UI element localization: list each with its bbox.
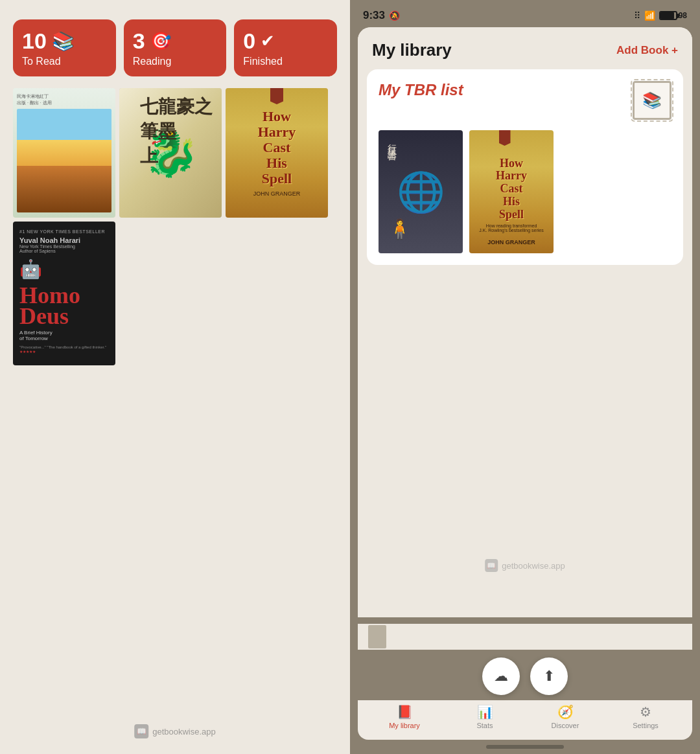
reading-icon: 🎯 <box>150 31 171 51</box>
tbr-stamp: 📚 <box>633 81 671 120</box>
homo-deus-desc: A Brief Historyof Tomorrow <box>19 330 109 341</box>
watermark-logo: 📖 <box>134 724 148 738</box>
library-tab-label: My library <box>389 722 420 729</box>
tbr-title: My TBR list <box>379 81 463 99</box>
wifi-icon: 📶 <box>644 10 655 21</box>
tbr-book-japanese[interactable]: 行星語書 🌐 🧍 <box>379 130 463 253</box>
download-icon: ☁ <box>494 668 508 685</box>
right-panel: 9:33 🔕 ⠿ 📶 98 My library Add Book + My T… <box>350 0 700 754</box>
finished-label: Finished <box>243 56 328 67</box>
japanese-title: 行星語書 <box>386 137 398 147</box>
battery-level: 98 <box>679 11 687 20</box>
app-header: My library Add Book + <box>358 27 692 69</box>
stat-to-read[interactable]: 10 📚 To Read <box>13 19 116 76</box>
download-button[interactable]: ☁ <box>482 657 520 695</box>
home-indicator <box>486 745 564 749</box>
share-icon: ⬆ <box>543 668 555 685</box>
stats-tab-icon: 📊 <box>477 704 493 720</box>
status-bar: 9:33 🔕 ⠿ 📶 98 <box>350 0 700 27</box>
right-watermark-text: getbookwise.app <box>502 561 565 571</box>
watermark-text: getbookwise.app <box>152 727 216 737</box>
library-title: My library <box>372 40 452 60</box>
right-watermark: 📖 getbookwise.app <box>485 559 565 572</box>
homo-deus-author: Yuval Noah Harari <box>19 236 109 244</box>
reading-label: Reading <box>133 56 218 67</box>
book-icon: 📚 <box>52 30 75 52</box>
tab-bar: 📕 My library 📊 Stats 🧭 Discover ⚙ Settin… <box>358 700 692 740</box>
to-read-number: 10 <box>22 30 47 52</box>
bookmark-icon <box>270 88 283 104</box>
to-read-label: To Read <box>22 56 107 67</box>
status-icons: ⠿ 📶 98 <box>634 10 687 21</box>
stat-finished[interactable]: 0 ✔ Finished <box>234 19 337 76</box>
tbr-harry-sub: How reading transformedJ.K. Rowling's be… <box>479 223 543 233</box>
notification-icon: 🔕 <box>389 10 400 21</box>
library-tab-icon: 📕 <box>397 704 413 720</box>
dragon-title: 七龍豪之筆墨上 <box>140 95 213 168</box>
bookmark2-icon <box>499 130 511 146</box>
homo-deus-title: HomoDeus <box>19 285 109 327</box>
peek-strip <box>358 624 692 650</box>
book-homo-deus-cover[interactable]: #1 NEW YORK TIMES BESTSELLER Yuval Noah … <box>13 222 115 365</box>
book-landscape-cover[interactable]: 民海卡淋地紅丁出版 · 翻出 · 选用 <box>13 88 115 218</box>
left-watermark: 📖 getbookwise.app <box>134 724 216 738</box>
harry-author: JOHN GRANGER <box>253 190 301 197</box>
settings-tab-label: Settings <box>633 722 659 729</box>
battery-indicator: 98 <box>659 11 687 20</box>
app-content: My library Add Book + My TBR list 📚 行星語書… <box>358 27 692 617</box>
harry-title: HowHarryCastHisSpell <box>258 109 296 187</box>
tab-my-library[interactable]: 📕 My library <box>364 704 445 729</box>
book-dragon-cover[interactable]: 七龍豪之筆墨上 🐉 <box>119 88 222 218</box>
stat-reading[interactable]: 3 🎯 Reading <box>124 19 227 76</box>
tbr-card[interactable]: My TBR list 📚 行星語書 🌐 🧍 <box>367 69 683 265</box>
peek-book-mini <box>368 625 386 648</box>
globe-icon: 🌐 <box>397 169 445 215</box>
tbr-harry-author: JOHN GRANGER <box>487 239 535 246</box>
tbr-harry-title: HowHarryCastHisSpell <box>496 157 527 222</box>
tbr-book-harry[interactable]: HowHarryCastHisSpell How reading transfo… <box>469 130 554 253</box>
settings-tab-icon: ⚙ <box>640 704 651 720</box>
reading-number: 3 <box>133 30 145 52</box>
stats-row: 10 📚 To Read 3 🎯 Reading 0 ✔ Finished <box>13 19 337 76</box>
stats-tab-label: Stats <box>476 722 493 729</box>
bottom-area: ☁ ⬆ 📕 My library 📊 Stats 🧭 Discover ⚙ S <box>350 617 700 754</box>
bestseller-badge: #1 NEW YORK TIMES BESTSELLER <box>19 229 109 234</box>
discover-tab-icon: 🧭 <box>557 704 574 720</box>
action-buttons: ☁ ⬆ <box>350 650 700 700</box>
tab-settings[interactable]: ⚙ Settings <box>605 704 686 729</box>
left-panel: 10 📚 To Read 3 🎯 Reading 0 ✔ Finished 民海… <box>0 0 350 754</box>
books-grid: 民海卡淋地紅丁出版 · 翻出 · 选用 七龍豪之筆墨上 🐉 HowHarryCa… <box>13 88 337 365</box>
right-watermark-logo: 📖 <box>485 559 498 572</box>
stamp-icon: 📚 <box>642 91 662 109</box>
book-harry-cover[interactable]: HowHarryCastHisSpell JOHN GRANGER <box>226 88 328 218</box>
discover-tab-label: Discover <box>552 722 579 729</box>
finished-number: 0 <box>243 30 255 52</box>
tbr-books: 行星語書 🌐 🧍 HowHarryCastHisSpell How readin… <box>379 130 671 253</box>
status-time: 9:33 🔕 <box>363 9 400 22</box>
tbr-header: My TBR list 📚 <box>379 81 671 120</box>
tab-stats[interactable]: 📊 Stats <box>445 704 525 729</box>
add-book-button[interactable]: Add Book + <box>616 44 678 57</box>
tab-discover[interactable]: 🧭 Discover <box>525 704 605 729</box>
check-icon: ✔ <box>261 31 275 51</box>
homo-deus-icon: 🤖 <box>19 258 109 280</box>
share-button[interactable]: ⬆ <box>530 657 568 695</box>
signal-icon: ⠿ <box>634 10 640 21</box>
person-icon: 🧍 <box>388 218 412 240</box>
